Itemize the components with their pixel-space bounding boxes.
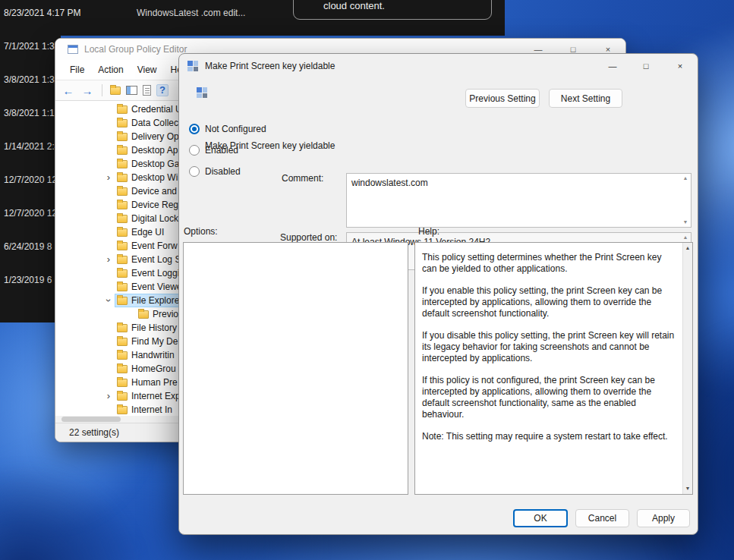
dialog-titlebar[interactable]: Make Print Screen key yieldable — □ × bbox=[179, 54, 698, 78]
radio-button-selected[interactable] bbox=[189, 124, 200, 134]
desktop: 8/23/2021 4:17 PM WindowsLatest .com edi… bbox=[0, 0, 734, 560]
scroll-down-icon[interactable]: ▼ bbox=[685, 486, 691, 492]
chevron-down-icon[interactable]: › bbox=[102, 294, 115, 307]
radio-button[interactable] bbox=[189, 145, 200, 156]
toolbar-separator bbox=[102, 84, 102, 96]
folder-icon bbox=[117, 365, 128, 373]
radio-label: Disabled bbox=[205, 166, 241, 177]
file-date: 6/24/2019 8 bbox=[4, 241, 52, 252]
scrollbar-thumb[interactable] bbox=[61, 417, 121, 422]
cancel-button[interactable]: Cancel bbox=[575, 509, 629, 527]
folder-icon bbox=[117, 201, 128, 209]
export-list-icon[interactable] bbox=[143, 85, 151, 96]
tree-item-label: Device and bbox=[131, 186, 177, 197]
folder-icon bbox=[117, 269, 128, 278]
folder-icon bbox=[117, 392, 128, 401]
folder-icon bbox=[117, 215, 128, 223]
tree-item-label: Desktop Wi bbox=[131, 172, 178, 183]
radio-enabled[interactable]: Enabled bbox=[189, 144, 238, 156]
forward-icon[interactable]: → bbox=[80, 84, 94, 97]
radio-not-configured[interactable]: Not Configured bbox=[189, 123, 266, 135]
scroll-up-icon[interactable]: ▲ bbox=[683, 175, 688, 181]
folder-icon bbox=[117, 160, 128, 168]
file-date: 12/7/2020 12 bbox=[4, 208, 57, 219]
apply-button[interactable]: Apply bbox=[637, 509, 690, 527]
radio-disabled[interactable]: Disabled bbox=[189, 165, 241, 178]
folder-icon bbox=[117, 146, 128, 155]
folder-icon bbox=[117, 256, 128, 264]
menu-view[interactable]: View bbox=[131, 61, 164, 78]
help-panel: This policy setting determines whether t… bbox=[414, 242, 693, 495]
tree-item-label: Find My De bbox=[131, 336, 178, 347]
folder-icon bbox=[117, 242, 128, 250]
help-paragraph: If you enable this policy setting, the p… bbox=[422, 285, 676, 319]
file-name[interactable]: WindowsLatest .com edit... bbox=[137, 8, 245, 18]
scroll-up-icon[interactable]: ▲ bbox=[683, 234, 688, 241]
folder-icon bbox=[117, 338, 128, 346]
file-date: 3/8/2021 1:1 bbox=[4, 108, 55, 118]
tree-item-label: Internet In bbox=[131, 404, 172, 415]
background-date-column: 7/1/2021 1:3 3/8/2021 1:3 3/8/2021 1:1 1… bbox=[0, 36, 61, 322]
vertical-scrollbar[interactable]: ▲ ▼ bbox=[682, 243, 692, 494]
help-paragraph: This policy setting determines whether t… bbox=[422, 252, 676, 275]
tree-item-label: HomeGrou bbox=[131, 363, 176, 374]
help-icon[interactable]: ? bbox=[156, 84, 169, 96]
ok-button[interactable]: OK bbox=[513, 509, 568, 527]
help-paragraph: Note: This setting may require a system … bbox=[422, 431, 676, 442]
radio-button[interactable] bbox=[189, 166, 200, 177]
vertical-scrollbar[interactable]: ▲ ▼ bbox=[680, 174, 691, 227]
radio-label: Enabled bbox=[205, 145, 238, 156]
policy-setting-icon bbox=[187, 61, 198, 71]
tree-item-label: Delivery Op bbox=[131, 131, 179, 142]
folder-icon bbox=[117, 406, 128, 414]
scroll-down-icon[interactable]: ▼ bbox=[683, 219, 688, 225]
menu-action[interactable]: Action bbox=[91, 61, 130, 78]
minimize-button[interactable]: — bbox=[596, 54, 629, 78]
gpedit-app-icon bbox=[68, 45, 78, 54]
folder-icon bbox=[117, 283, 128, 291]
scroll-up-icon[interactable]: ▲ bbox=[685, 245, 691, 251]
supported-on-label: Supported on: bbox=[280, 232, 337, 243]
next-setting-button[interactable]: Next Setting bbox=[549, 89, 622, 108]
tree-item-label: Data Collec bbox=[131, 118, 178, 128]
tree-item-label: Device Regi bbox=[131, 200, 181, 210]
close-button[interactable]: × bbox=[663, 54, 698, 78]
up-one-level-icon[interactable] bbox=[110, 87, 121, 95]
help-text: This policy setting determines whether t… bbox=[415, 243, 682, 494]
console-tree-icon[interactable] bbox=[126, 86, 137, 95]
file-date: 8/23/2021 4:17 PM bbox=[4, 8, 80, 18]
policy-setting-dialog: Make Print Screen key yieldable — □ × Ma… bbox=[178, 53, 698, 535]
comment-label: Comment: bbox=[282, 173, 323, 184]
tree-item-label: Internet Exp bbox=[131, 391, 181, 401]
help-label: Help: bbox=[418, 226, 439, 237]
radio-label: Not Configured bbox=[205, 124, 266, 134]
comment-textarea[interactable]: windowslatest.com ▲ ▼ bbox=[346, 173, 691, 228]
file-date: 1/14/2021 2:4 bbox=[4, 141, 59, 152]
tree-item-label: Event Forw bbox=[131, 241, 178, 251]
tree-item-label: Desktop Ga bbox=[131, 159, 179, 169]
back-icon[interactable]: ← bbox=[61, 84, 75, 97]
help-paragraph: If this policy is not configured, the pr… bbox=[422, 375, 676, 420]
previous-setting-button[interactable]: Previous Setting bbox=[465, 89, 540, 108]
folder-icon bbox=[117, 351, 128, 360]
policy-setting-icon bbox=[197, 87, 207, 98]
file-date: 1/23/2019 6 bbox=[4, 275, 52, 285]
folder-icon bbox=[117, 187, 128, 196]
folder-icon bbox=[117, 297, 128, 305]
folder-icon bbox=[117, 174, 128, 182]
tree-item-label: File History bbox=[131, 322, 177, 333]
comment-value[interactable]: windowslatest.com bbox=[347, 174, 680, 227]
chevron-right-icon[interactable]: › bbox=[102, 253, 115, 266]
folder-icon bbox=[138, 310, 149, 319]
chevron-right-icon[interactable]: › bbox=[102, 390, 115, 402]
file-date: 7/1/2021 1:3 bbox=[4, 41, 55, 52]
chevron-right-icon[interactable]: › bbox=[102, 171, 115, 184]
tree-item-label: Event Loggi bbox=[131, 268, 179, 278]
tree-item-label: Event Log S bbox=[131, 254, 181, 265]
maximize-button[interactable]: □ bbox=[629, 54, 663, 78]
folder-icon bbox=[117, 105, 128, 114]
help-paragraph: If you disable this policy setting, the … bbox=[422, 330, 676, 364]
tree-item-label: Event Viewe bbox=[131, 282, 182, 292]
folder-icon bbox=[117, 133, 128, 141]
menu-file[interactable]: File bbox=[63, 61, 91, 78]
